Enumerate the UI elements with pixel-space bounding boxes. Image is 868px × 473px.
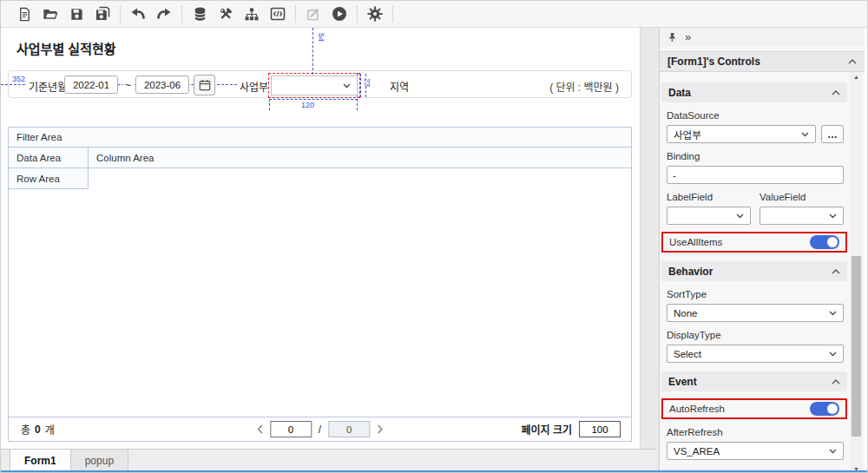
guide-width-tick-left <box>269 99 270 110</box>
column-area-label: Column Area <box>96 153 154 163</box>
chevron-up-icon <box>832 90 840 95</box>
date-to-input[interactable] <box>135 76 189 94</box>
chevron-down-icon <box>829 311 837 316</box>
section-data[interactable]: Data <box>661 82 847 102</box>
section-data-label: Data <box>668 87 691 99</box>
row-area-label: Row Area <box>16 174 60 184</box>
sitemap-icon[interactable] <box>239 2 265 26</box>
data-area-label: Data Area <box>16 153 61 163</box>
database-icon[interactable] <box>187 2 213 26</box>
toolbar-separator <box>295 5 296 23</box>
filter-bar: 기준년월 ~ 사업부 지역 ( 단위 : 백만원 ) <box>8 70 632 98</box>
redo-icon[interactable] <box>151 2 177 26</box>
edit-icon[interactable] <box>300 2 326 26</box>
next-page-icon[interactable] <box>377 424 383 434</box>
valuefield-label: ValueField <box>760 192 844 202</box>
scroll-up-icon[interactable]: ▲ <box>850 74 863 80</box>
datasource-combobox[interactable]: 사업부 <box>667 125 816 143</box>
pivot-grid: Filter Area Data Area Column Area Row Ar… <box>8 127 632 442</box>
sorttype-value: None <box>674 308 698 319</box>
section-event-label: Event <box>668 376 697 388</box>
useallitems-label: UseAllItems <box>669 237 722 247</box>
page-title: 사업부별 실적현황 <box>16 39 116 57</box>
guide-width-line <box>269 99 358 100</box>
period-label: 기준년월 <box>27 79 69 94</box>
tab-form1[interactable]: Form1 <box>10 450 71 472</box>
undo-icon[interactable] <box>125 2 151 26</box>
chevron-up-icon <box>832 269 840 274</box>
chevron-down-icon <box>829 449 837 454</box>
total-pages-input <box>328 421 370 437</box>
controls-header-label: [Form1]'s Controls <box>667 56 760 68</box>
tab-popup[interactable]: popup <box>71 450 128 472</box>
unit-label: ( 단위 : 백만원 ) <box>549 79 619 94</box>
new-document-icon[interactable] <box>11 2 37 26</box>
prev-page-icon[interactable] <box>257 424 263 434</box>
guide-vertical-line <box>312 28 313 75</box>
useallitems-toggle-on[interactable] <box>810 235 839 249</box>
section-behavior-label: Behavior <box>668 266 713 278</box>
scrollbar-thumb[interactable] <box>852 256 861 437</box>
toggle-knob <box>827 237 838 247</box>
guide-width-label: 120 <box>299 101 316 109</box>
tab-popup-label: popup <box>85 455 114 467</box>
region-label: 지역 <box>388 79 411 94</box>
chevron-up-icon <box>848 59 857 64</box>
calendar-button[interactable] <box>194 75 215 95</box>
sorttype-combobox[interactable]: None <box>667 304 844 322</box>
tab-form1-label: Form1 <box>24 455 56 467</box>
chevron-down-icon <box>829 214 837 219</box>
datasource-value: 사업부 <box>674 128 701 141</box>
panel-collapse-icon[interactable]: » <box>685 30 691 43</box>
chevron-down-icon <box>343 83 351 89</box>
total-count-value: 0 <box>35 424 41 436</box>
datasource-more-button[interactable]: … <box>821 125 844 143</box>
controls-header[interactable]: [Form1]'s Controls <box>660 51 865 72</box>
save-icon[interactable] <box>63 2 89 26</box>
binding-input[interactable] <box>667 166 844 184</box>
data-area-cell[interactable]: Data Area <box>9 148 89 168</box>
page-size-input[interactable] <box>579 421 621 437</box>
autorefresh-toggle-on[interactable] <box>810 402 839 416</box>
section-event[interactable]: Event <box>661 371 847 391</box>
division-combobox-selected[interactable] <box>271 76 358 95</box>
displaytype-combobox[interactable]: Select <box>667 345 844 363</box>
code-window-icon[interactable] <box>265 2 291 26</box>
open-folder-icon[interactable] <box>37 2 63 26</box>
form-tabstrip: Form1 popup <box>1 449 656 472</box>
panel-pin-bar: » <box>660 28 865 46</box>
total-count: 총 0 개 <box>21 422 55 437</box>
column-area-cell[interactable]: Column Area <box>89 148 631 168</box>
afterrefresh-label: AfterRefresh <box>667 427 844 437</box>
chevron-down-icon <box>829 351 837 357</box>
datasource-label: DataSource <box>667 110 844 121</box>
tools-icon[interactable] <box>213 2 239 26</box>
save-all-icon[interactable] <box>89 2 115 26</box>
date-from-input[interactable] <box>64 76 118 94</box>
valuefield-combobox[interactable] <box>760 207 844 225</box>
division-label: 사업부 <box>238 79 270 94</box>
afterrefresh-combobox[interactable]: VS_AREA <box>667 442 844 460</box>
labelfield-combobox[interactable] <box>667 207 751 225</box>
displaytype-value: Select <box>674 349 701 359</box>
properties-panel: » [Form1]'s Controls Data DataSource 사업부… <box>659 28 865 473</box>
form-designer-canvas: 사업부별 실적현황 352 54 120 23 기준년월 ~ 사업부 지역 ( … <box>1 28 641 449</box>
current-page-input[interactable] <box>270 421 312 437</box>
filter-area-cell[interactable]: Filter Area <box>9 128 631 148</box>
ellipsis-icon: … <box>827 129 838 140</box>
chevron-up-icon <box>832 379 840 384</box>
window-bottom-edge <box>1 470 867 472</box>
panel-scrollbar[interactable]: ▲ ▼ <box>850 72 863 473</box>
settings-gear-icon[interactable] <box>362 2 388 26</box>
chevron-down-icon <box>801 132 809 137</box>
run-icon[interactable] <box>326 2 352 26</box>
sorttype-label: SortType <box>667 289 844 299</box>
row-area-cell[interactable]: Row Area <box>9 168 89 189</box>
toolbar-separator <box>181 5 182 23</box>
section-behavior[interactable]: Behavior <box>661 261 847 281</box>
pin-icon[interactable] <box>667 32 677 43</box>
toggle-knob <box>827 404 838 414</box>
canvas-panel-gap <box>641 28 659 473</box>
total-prefix: 총 <box>21 422 30 437</box>
total-suffix: 개 <box>45 422 55 437</box>
